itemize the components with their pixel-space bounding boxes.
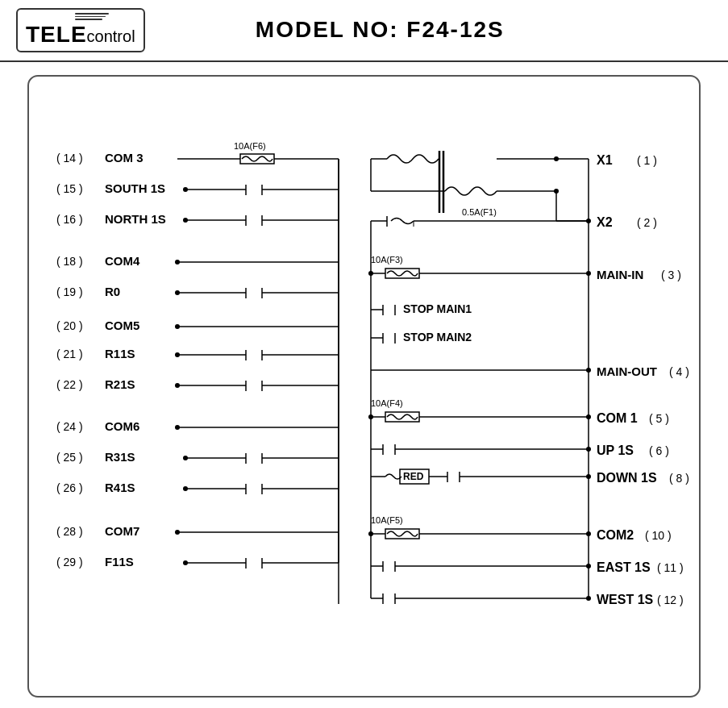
dot-r31s [183,456,188,460]
label-24: ( 24 ) [56,420,83,433]
label-main-in: MAIN-IN [597,268,643,281]
label-down1s: DOWN 1S [597,471,657,485]
label-29: ( 29 ) [56,556,83,568]
logo-control: control [87,27,135,46]
transformer-primary [387,155,439,163]
dot-r11s [175,352,180,357]
label-com3: COM 3 [105,151,144,165]
label-stop-main2: STOP MAIN2 [403,331,472,344]
label-r31s: R31S [105,450,135,464]
dot-com7 [175,530,180,535]
label-22: ( 22 ) [56,378,83,391]
label-16: ( 16 ) [56,213,83,226]
label-com6: COM6 [105,419,139,433]
dot-r21s [175,383,180,388]
dot-r0 [175,290,180,295]
label-f11s: F11S [105,555,134,568]
fuse-f4-wave [387,414,418,419]
label-main-out: MAIN-OUT [597,364,657,378]
fuse-f5-label: 10A(F5) [371,515,403,525]
label-south1s: SOUTH 1S [105,181,165,195]
label-up1s: UP 1S [597,444,634,457]
label-19: ( 19 ) [56,285,83,298]
label-west1s: WEST 1S [597,593,654,606]
dot-f11s [183,560,188,565]
dot-north-l [183,218,188,223]
label-r41s: R41S [105,481,135,494]
fuse-f4-box [385,412,419,422]
fuse-f1-label: 0.5A(F1) [462,207,497,217]
transformer-secondary [445,187,497,195]
fuse-f4-label: 10A(F4) [371,398,403,408]
fuse-f3-label: 10A(F3) [371,255,403,264]
header: TELE control MODEL NO: F24-12S [0,0,728,62]
label-com5: COM5 [105,319,139,332]
label-com7: COM7 [105,524,139,538]
num-main-out: ( 4 ) [669,365,689,378]
logo-line-2 [75,16,106,18]
logo-box: TELE control [16,8,145,52]
label-r11s: R11S [105,347,135,360]
label-21: ( 21 ) [56,348,83,360]
label-com1: COM 1 [597,411,638,425]
label-com2: COM2 [597,528,634,542]
label-26: ( 26 ) [56,481,83,494]
dot-com5 [175,324,180,329]
logo-tele: TELE [26,22,87,48]
num-up1s: ( 6 ) [649,444,669,457]
num-down1s: ( 8 ) [669,472,689,485]
fuse-f5-wave [387,531,418,536]
fuse-f6-wave [242,156,272,161]
num-east1s: ( 11 ) [657,561,684,574]
num-x1: ( 1 ) [637,154,657,167]
dot-south-l [183,187,188,192]
label-r21s: R21S [105,377,135,391]
label-east1s: EAST 1S [597,560,651,574]
logo-line-3 [75,19,102,20]
fuse-f3-box [385,269,419,278]
label-25: ( 25 ) [56,451,83,464]
label-28: ( 28 ) [56,525,83,538]
fuse-f6-label: 10A(F6) [234,141,266,151]
num-com2: ( 10 ) [645,529,672,542]
label-x1: X1 [597,153,613,167]
label-20: ( 20 ) [56,319,83,332]
logo-decoration [75,13,109,20]
dot-com6 [175,425,180,430]
fuse-f1-wave [391,218,414,223]
dummy [556,191,589,221]
logo-area: TELE control [16,8,145,52]
num-x2: ( 2 ) [637,216,657,229]
diagram-area: ( 14 ) COM 3 10A(F6) ( 15 ) SOUTH 1S [0,62,728,709]
label-r0: R0 [105,285,120,298]
label-stop-main1: STOP MAIN1 [403,302,472,315]
fuse-f3-wave [387,271,418,276]
label-15: ( 15 ) [56,182,83,195]
label-14: ( 14 ) [56,152,83,165]
logo-text: TELE control [26,22,135,48]
dot-com4 [175,260,180,264]
label-red: RED [403,471,424,482]
main-container: TELE control MODEL NO: F24-12S ( 14 ) CO… [0,0,728,708]
dot-r41s [183,486,188,491]
label-x2: X2 [597,215,613,229]
fuse-f5-box [385,529,419,539]
num-west1s: ( 12 ) [657,593,684,606]
logo-line-1 [75,13,109,15]
label-18: ( 18 ) [56,255,83,268]
num-main-in: ( 3 ) [661,269,681,281]
wiring-diagram: ( 14 ) COM 3 10A(F6) ( 15 ) SOUTH 1S [24,70,704,702]
fuse-f6-box [240,154,274,164]
fuse-red-wave [385,474,401,479]
num-com1: ( 5 ) [649,412,669,425]
label-north1s: NORTH 1S [105,212,166,226]
label-com4: COM4 [105,254,140,268]
model-title: MODEL NO: F24-12S [256,17,505,43]
